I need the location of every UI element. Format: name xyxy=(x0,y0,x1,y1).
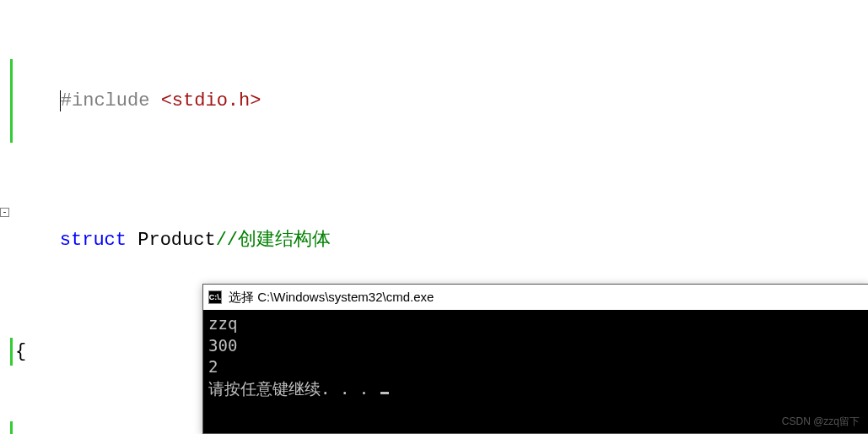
output-line: zzq xyxy=(208,314,237,333)
include-header: <stdio.h> xyxy=(149,90,261,111)
fold-minus-icon[interactable]: - xyxy=(0,208,9,217)
cmd-icon: C:\. xyxy=(208,290,222,304)
keyword-struct: struct xyxy=(60,230,127,251)
code-line: -struct Product//创建结构体 xyxy=(0,198,868,282)
cursor-icon xyxy=(380,392,389,394)
console-output[interactable]: zzq 300 2 请按任意键继续. . . xyxy=(203,310,868,404)
watermark: CSDN @zzq留下 xyxy=(782,415,860,429)
console-title: 选择 C:\Windows\system32\cmd.exe xyxy=(229,290,434,306)
type-name: Product xyxy=(127,230,216,251)
output-line: 300 xyxy=(208,336,237,355)
output-line: 2 xyxy=(208,357,218,376)
code-line: #include <stdio.h> xyxy=(0,59,868,143)
comment: //创建结构体 xyxy=(216,230,331,251)
output-line: 请按任意键继续. . . xyxy=(208,379,379,398)
include-directive: #include xyxy=(61,90,150,111)
console-window[interactable]: C:\. 选择 C:\Windows\system32\cmd.exe zzq … xyxy=(202,284,868,434)
console-titlebar[interactable]: C:\. 选择 C:\Windows\system32\cmd.exe xyxy=(203,285,868,310)
